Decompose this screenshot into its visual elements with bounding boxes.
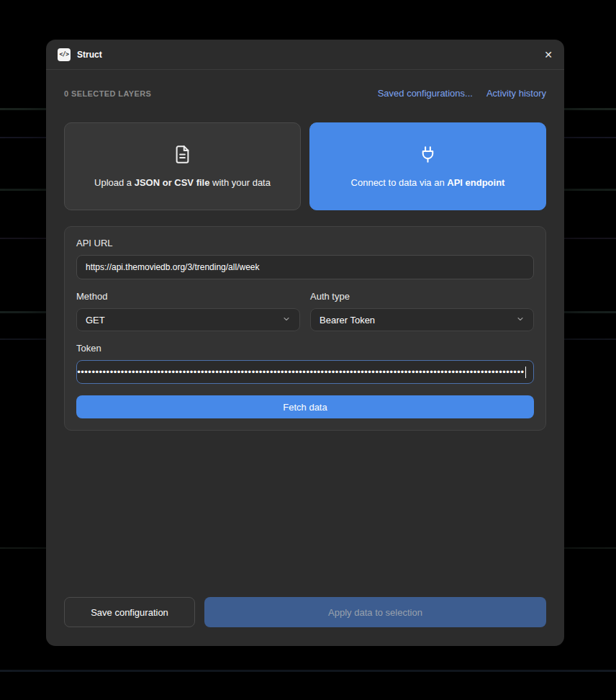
method-value: GET <box>86 315 105 326</box>
figma-canvas-backdrop: </> Struct ✕ 0 SELECTED LAYERS Saved con… <box>0 0 616 700</box>
api-config-panel: API URL https://api.themoviedb.org/3/tre… <box>64 226 546 431</box>
upload-card-label: Upload a JSON or CSV file with your data <box>94 177 271 188</box>
api-url-input[interactable]: https://api.themoviedb.org/3/trending/al… <box>76 255 534 279</box>
auth-type-value: Bearer Token <box>320 315 375 326</box>
token-field: Token ••••••••••••••••••••••••••••••••••… <box>76 343 534 384</box>
struct-plugin-dialog: </> Struct ✕ 0 SELECTED LAYERS Saved con… <box>46 40 564 646</box>
activity-history-link[interactable]: Activity history <box>486 88 546 99</box>
api-endpoint-card[interactable]: Connect to data via an API endpoint <box>309 122 546 210</box>
method-select[interactable]: GET <box>76 308 300 331</box>
data-source-cards: Upload a JSON or CSV file with your data <box>64 122 546 210</box>
titlebar: </> Struct ✕ <box>46 40 564 70</box>
auth-type-label: Auth type <box>310 291 534 302</box>
header-links: Saved configurations... Activity history <box>378 88 546 99</box>
save-configuration-button[interactable]: Save configuration <box>64 597 195 627</box>
upload-file-card[interactable]: Upload a JSON or CSV file with your data <box>64 122 301 210</box>
text-cursor <box>525 367 527 378</box>
saved-configurations-link[interactable]: Saved configurations... <box>378 88 473 99</box>
token-masked-value: ••••••••••••••••••••••••••••••••••••••••… <box>76 367 525 377</box>
code-icon: </> <box>58 48 71 61</box>
window-title: Struct <box>77 50 102 60</box>
method-auth-row: Method GET Auth type <box>76 291 534 331</box>
close-icon[interactable]: ✕ <box>544 50 553 60</box>
plug-icon <box>418 145 438 164</box>
chevron-down-icon <box>516 315 525 326</box>
footer-actions: Save configuration Apply data to selecti… <box>46 597 564 646</box>
api-url-label: API URL <box>76 238 534 248</box>
auth-type-select[interactable]: Bearer Token <box>310 308 534 331</box>
selected-layers-count: 0 SELECTED LAYERS <box>64 89 151 98</box>
background-artifact <box>0 670 616 672</box>
file-text-icon <box>173 145 192 164</box>
api-card-label: Connect to data via an API endpoint <box>351 177 505 188</box>
method-label: Method <box>76 291 300 302</box>
dialog-content: 0 SELECTED LAYERS Saved configurations..… <box>46 70 564 597</box>
meta-row: 0 SELECTED LAYERS Saved configurations..… <box>64 88 546 99</box>
chevron-down-icon <box>282 315 291 326</box>
token-label: Token <box>76 343 534 354</box>
fetch-data-button[interactable]: Fetch data <box>76 395 534 418</box>
apply-data-button[interactable]: Apply data to selection <box>204 597 546 627</box>
token-input[interactable]: ••••••••••••••••••••••••••••••••••••••••… <box>76 360 534 384</box>
